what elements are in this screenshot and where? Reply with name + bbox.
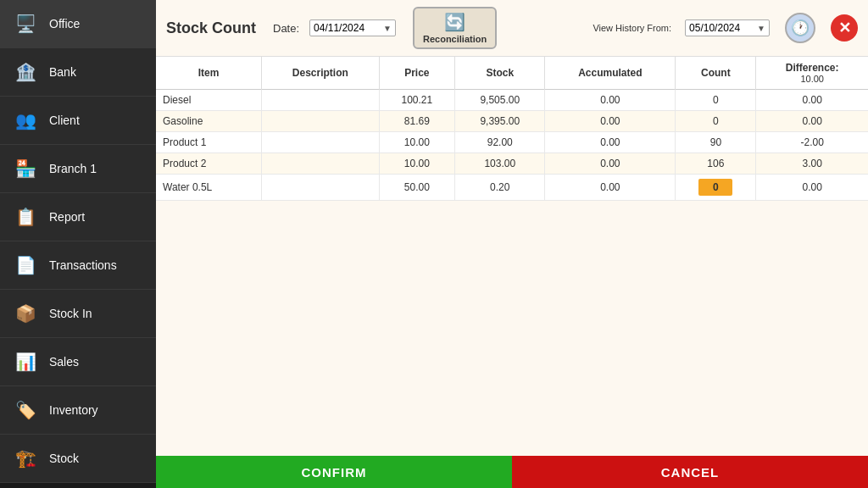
difference-cell: 0.00: [756, 111, 868, 132]
description-cell: [262, 132, 379, 153]
history-date-input[interactable]: [689, 22, 757, 34]
confirm-button[interactable]: CONFIRM: [156, 456, 512, 488]
sidebar-item-office[interactable]: 🖥️ Office: [0, 0, 156, 48]
report-label: Report: [49, 210, 85, 224]
stockin-label: Stock In: [49, 307, 92, 320]
accumulated-cell: 0.00: [545, 90, 676, 111]
item-cell: Water 0.5L: [156, 175, 262, 201]
office-icon: 🖥️: [10, 8, 41, 39]
stock-cell: 9,505.00: [455, 90, 545, 111]
item-cell: Product 2: [156, 153, 262, 175]
reconciliation-button[interactable]: 🔄 Reconciliation: [413, 7, 497, 49]
date-label: Date:: [273, 22, 299, 35]
sidebar-item-stockcount[interactable]: 🗂️ Stock Count: [0, 483, 156, 488]
count-cell[interactable]: 90: [676, 132, 756, 153]
sidebar-item-sales[interactable]: 📊 Sales: [0, 338, 156, 386]
item-cell: Gasoline: [156, 111, 262, 132]
count-cell[interactable]: 106: [676, 153, 756, 175]
branch-label: Branch 1: [49, 162, 97, 175]
sidebar-item-report[interactable]: 📋 Report: [0, 193, 156, 241]
stock-cell: 103.00: [455, 153, 545, 175]
table-row: Water 0.5L 50.00 0.20 0.00 0 0.00: [156, 175, 868, 201]
price-cell: 50.00: [379, 175, 455, 201]
count-cell[interactable]: 0: [676, 111, 756, 132]
sidebar: 🖥️ Office 🏦 Bank 👥 Client 🏪 Branch 1 📋 R…: [0, 0, 156, 488]
client-label: Client: [49, 114, 80, 127]
price-cell: 100.21: [379, 90, 455, 111]
date-input[interactable]: [314, 22, 381, 34]
price-cell: 10.00: [379, 132, 455, 153]
date-input-wrapper[interactable]: ▼: [309, 19, 396, 36]
inventory-label: Inventory: [49, 403, 98, 417]
difference-cell: -2.00: [756, 132, 868, 153]
sales-label: Sales: [49, 355, 79, 369]
stock-cell: 92.00: [455, 132, 545, 153]
footer: CONFIRM CANCEL: [156, 456, 868, 488]
stockin-icon: 📦: [10, 298, 41, 329]
sidebar-item-branch[interactable]: 🏪 Branch 1: [0, 145, 156, 193]
history-date-wrapper[interactable]: ▼: [685, 19, 770, 36]
col-price: Price: [379, 57, 455, 90]
bank-icon: 🏦: [10, 57, 41, 87]
clock-icon: 🕐: [791, 19, 810, 37]
table-container: Item Description Price Stock Accumulated…: [156, 57, 868, 456]
difference-cell: 0.00: [756, 175, 868, 201]
sidebar-item-client[interactable]: 👥 Client: [0, 97, 156, 145]
sidebar-item-inventory[interactable]: 🏷️ Inventory: [0, 386, 156, 435]
difference-cell: 0.00: [756, 90, 868, 111]
stock-cell: 0.20: [455, 175, 545, 201]
col-description: Description: [262, 57, 379, 90]
count-cell[interactable]: 0: [676, 175, 756, 201]
report-icon: 📋: [10, 202, 41, 232]
table-row: Product 1 10.00 92.00 0.00 90 -2.00: [156, 132, 868, 153]
reconciliation-label: Reconciliation: [423, 34, 487, 44]
col-count: Count: [676, 57, 756, 90]
description-cell: [262, 153, 379, 175]
col-accumulated: Accumulated: [545, 57, 676, 90]
cancel-button[interactable]: CANCEL: [512, 456, 868, 488]
transactions-icon: 📄: [10, 250, 41, 280]
sidebar-item-stock[interactable]: 🏗️ Stock: [0, 435, 156, 483]
office-label: Office: [49, 17, 80, 30]
description-cell: [262, 175, 379, 201]
accumulated-cell: 0.00: [545, 111, 676, 132]
sidebar-item-bank[interactable]: 🏦 Bank: [0, 48, 156, 97]
price-cell: 81.69: [379, 111, 455, 132]
accumulated-cell: 0.00: [545, 132, 676, 153]
view-history-label: View History From:: [593, 23, 671, 33]
price-cell: 10.00: [379, 153, 455, 175]
history-dropdown-icon[interactable]: ▼: [757, 24, 765, 33]
branch-icon: 🏪: [10, 153, 41, 184]
col-item: Item: [156, 57, 262, 90]
table-row: Gasoline 81.69 9,395.00 0.00 0 0.00: [156, 111, 868, 132]
table-row: Product 2 10.00 103.00 0.00 106 3.00: [156, 153, 868, 175]
accumulated-cell: 0.00: [545, 153, 676, 175]
accumulated-cell: 0.00: [545, 175, 676, 201]
table-row: Diesel 100.21 9,505.00 0.00 0 0.00: [156, 90, 868, 111]
item-cell: Product 1: [156, 132, 262, 153]
col-stock: Stock: [455, 57, 545, 90]
inventory-icon: 🏷️: [10, 395, 41, 425]
date-dropdown-icon[interactable]: ▼: [381, 24, 392, 33]
stock-cell: 9,395.00: [455, 111, 545, 132]
description-cell: [262, 111, 379, 132]
transactions-label: Transactions: [49, 258, 117, 272]
diff-subvalue: 10.00: [763, 74, 861, 84]
col-difference: Difference:10.00: [756, 57, 868, 90]
stock-label: Stock: [49, 452, 79, 465]
sales-icon: 📊: [10, 347, 41, 377]
sidebar-item-transactions[interactable]: 📄 Transactions: [0, 241, 156, 290]
item-cell: Diesel: [156, 90, 262, 111]
client-icon: 👥: [10, 105, 41, 136]
clock-button[interactable]: 🕐: [785, 13, 815, 43]
reconciliation-icon: 🔄: [444, 12, 465, 32]
close-button[interactable]: ✕: [831, 14, 858, 42]
count-cell[interactable]: 0: [676, 90, 756, 111]
description-cell: [262, 90, 379, 111]
page-title: Stock Count: [166, 19, 256, 37]
difference-cell: 3.00: [756, 153, 868, 175]
close-icon: ✕: [838, 19, 851, 37]
header: Stock Count Date: ▼ 🔄 Reconciliation Vie…: [156, 0, 868, 57]
sidebar-item-stockin[interactable]: 📦 Stock In: [0, 290, 156, 338]
stock-count-table: Item Description Price Stock Accumulated…: [156, 57, 868, 201]
